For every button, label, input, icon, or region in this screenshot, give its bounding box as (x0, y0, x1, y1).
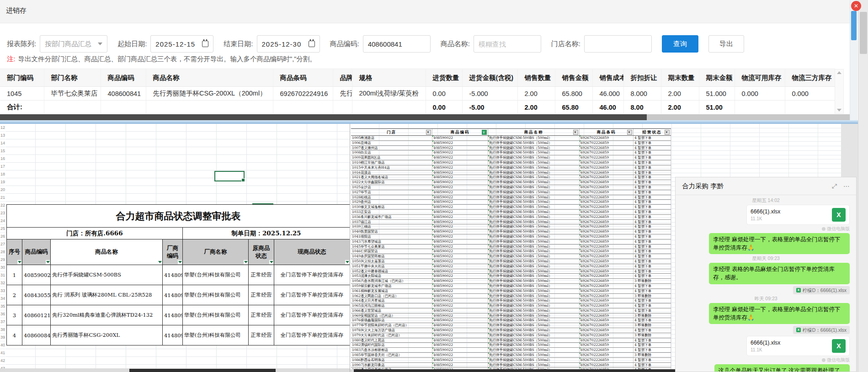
store-row[interactable]: 1082清镇时代国际店 408590022 先行伴手焖烧罐CSM-500BS（5… (351, 343, 671, 348)
store-row[interactable]: 1040凯里国贸店 408590022 先行伴手焖烧罐CSM-500BS（500… (351, 229, 671, 234)
export-button[interactable]: 导出 (708, 35, 744, 53)
report-type-select[interactable]: 按部门商品汇总 (40, 35, 107, 53)
store-row[interactable]: 1041绥阳店 408590022 先行伴手焖烧罐CSM-500BS（500ml… (351, 234, 671, 239)
filter-active-icon[interactable]: T (482, 130, 487, 135)
sent-message-bubble[interactable]: 李经理 麻烦处理一下，表格里的单品全门店暂停下单控货清库存🙏 (709, 303, 850, 324)
store-row[interactable]: 1061桐梓麒龙发展城店 408590022 先行伴手焖烧罐CSM-500BS（… (351, 289, 671, 294)
store-row[interactable]: 1086黔西金石明珠店 408590022 先行伴手焖烧罐CSM-500BS（5… (351, 358, 671, 363)
store-row[interactable]: 1021遵义大拇指名城店 408590022 先行伴手焖烧罐CSM-500BS（… (351, 175, 671, 180)
more-icon[interactable]: ⋯ (843, 182, 850, 190)
form-data-row[interactable]: 4 408600841 先行秀丽随手杯CSG-200XL 4148098 华塑(… (7, 325, 350, 345)
scroll-down-icon[interactable] (837, 109, 841, 112)
store-row[interactable]: 1052遵义中建幸福城店 408590022 先行伴手焖烧罐CSM-500BS（… (351, 269, 671, 274)
store-row[interactable]: 1037德江店 408590022 先行伴手焖烧罐CSM-500BS（500ml… (351, 220, 671, 225)
store-row[interactable]: 1056六盘水雨润珠江城（已闭店） 408590022 先行伴手焖烧罐CSM-5… (351, 279, 671, 284)
quoted-file-chip[interactable]: X柠檬D：6666(1).xlsx (793, 286, 850, 294)
quoted-file-chip[interactable]: X柠檬D：6666(1).xlsx (793, 326, 850, 334)
filter-dropdown-icon[interactable] (46, 260, 50, 264)
store-row[interactable]: 1016花溪店 408590022 先行伴手焖烧罐CSM-500BS（500ml… (351, 170, 671, 175)
report-data-row[interactable]: 1045毕节七众奥莱店408600841先行秀丽随手杯CSG-200XL（200… (0, 87, 835, 101)
scrollbar-thumb[interactable] (0, 114, 647, 120)
file-message[interactable]: 6666(1).xlsx 11.1K X (746, 336, 850, 356)
filter-dropdown-icon[interactable]: ▼ (665, 130, 670, 135)
store-row[interactable]: 1022大方佳鑫国际店 408590022 先行伴手焖烧罐CSM-500BS（5… (351, 180, 671, 185)
modal-horizontal-scrollbar[interactable] (0, 114, 850, 120)
row-number: 12 (0, 124, 5, 132)
store-row[interactable]: 1006息烽店 408590022 先行伴手焖烧罐CSM-500BS（500ml… (351, 141, 671, 146)
store-row[interactable]: 1025金沙店 408590022 先行伴手焖烧罐CSM-500BS（500ml… (351, 185, 671, 190)
store-row[interactable]: 1051平塘中央大街店 408590022 先行伴手焖烧罐CSM-500BS（5… (351, 264, 671, 269)
store-cell: 1049余庆国贸商都店 (351, 254, 432, 259)
sent-message-bubble[interactable]: 李经理 麻烦处理一下，表格里的单品全门店暂停下单控货清库存🙏 (709, 233, 850, 254)
store-row[interactable]: 1028松桃店 408590022 先行伴手焖烧罐CSM-500BS（500ml… (351, 195, 671, 200)
filter-dropdown-icon[interactable]: ▼ (573, 130, 578, 135)
store-row[interactable]: 1065沿河乌江丽都店 408590022 先行伴手焖烧罐CSM-500BS（5… (351, 303, 671, 308)
sent-message-bubble[interactable]: 李经理 表格的单品麻烦全门店暂停下单控货清库存，感谢。 (709, 263, 850, 284)
store-row[interactable]: 1015中天未来方舟H4店 408590022 先行伴手焖烧罐CSM-500BS… (351, 165, 671, 170)
store-row[interactable]: 1085毕节国林香天街（已闭店） 408590022 先行伴手焖烧罐CSM-50… (351, 353, 671, 358)
scrollbar-thumb[interactable] (860, 12, 867, 54)
close-icon[interactable]: ✕ (851, 1, 861, 11)
filter-dropdown-icon[interactable] (158, 260, 162, 264)
store-row[interactable]: 1043习水希望城店 408590022 先行伴手焖烧罐CSM-500BS（50… (351, 239, 671, 244)
store-row[interactable]: 1050兴义坝太嘉莲店 408590022 先行伴手焖烧罐CSM-500BS（5… (351, 259, 671, 264)
filter-dropdown-icon[interactable] (17, 260, 21, 264)
store-row[interactable]: 1007遵义播州店 408590022 先行伴手焖烧罐CSM-500BS（500… (351, 146, 671, 151)
store-row[interactable]: 1079大方美好时代店（已闭店） 408590022 先行伴手焖烧罐CSM-50… (351, 333, 671, 338)
window-vertical-scrollbar[interactable] (858, 0, 868, 372)
scrollbar-thumb[interactable] (354, 369, 678, 372)
sent-message-bubble[interactable]: 这几个单品昨天又出订单了 这次需要跟着处理了。 (714, 364, 850, 372)
query-button[interactable]: 查询 (662, 35, 698, 53)
filter-dropdown-icon[interactable] (269, 260, 273, 264)
store-row[interactable]: 1027毕节店 408590022 先行伴手焖烧罐CSM-500BS（500ml… (351, 190, 671, 195)
filter-dropdown-icon[interactable]: ▼ (627, 130, 632, 135)
store-row[interactable]: 1009花果园R区店 408590022 先行伴手焖烧罐CSM-500BS（50… (351, 155, 671, 160)
filter-dropdown-icon[interactable] (345, 260, 349, 264)
store-row[interactable]: 1077毕节碧阳美好时代店（已闭店） 408590022 先行伴手焖烧罐CSM-… (351, 323, 671, 328)
product-name-input[interactable] (474, 35, 541, 53)
inner-vertical-scrollbar[interactable] (850, 0, 857, 120)
store-row[interactable]: 1029盘州店 408590022 先行伴手焖烧罐CSM-500BS（500ml… (351, 200, 671, 205)
expand-icon[interactable]: ⤢ (832, 182, 837, 190)
store-row[interactable]: 1076侯场鑫隆国际店 408590022 先行伴手焖烧罐CSM-500BS（5… (351, 318, 671, 323)
excel1-horizontal-scrollbar[interactable] (0, 368, 350, 372)
store-row[interactable]: 1066遵义世贸城店 408590022 先行伴手焖烧罐CSM-500BS（50… (351, 308, 671, 314)
store-row[interactable]: 1039三穗店 408590022 先行伴手焖烧罐CSM-500BS（500ml… (351, 224, 671, 229)
product-code-input[interactable] (363, 35, 431, 53)
form-data-row[interactable]: 2 408430551 先行 润系列 玻璃杯280ML CBL-25R528 4… (7, 285, 350, 305)
store-row[interactable]: 1053湄潭太阳城店 408590022 先行伴手焖烧罐CSM-500BS（50… (351, 274, 671, 279)
store-row[interactable]: 1080遵义时代上苑店 408590022 先行伴手焖烧罐CSM-500BS（5… (351, 338, 671, 343)
form-data-row[interactable]: 3 408601210 先行320ml精典泰迪童心弹跳杯TD24-132 414… (7, 305, 350, 325)
excel-approval-window[interactable]: 1213141516171819202122232425262728293031… (0, 124, 350, 372)
scrollbar-thumb[interactable] (851, 11, 857, 40)
store-row[interactable]: 1045毕节七众奥莱店 408590022 先行伴手焖烧罐CSM-500BS（5… (351, 244, 671, 250)
selected-cell[interactable] (214, 171, 245, 181)
scroll-up-icon[interactable] (837, 71, 841, 74)
end-date-input[interactable]: 2025-12-30 (257, 35, 320, 53)
store-row[interactable]: 1069安顺国贸店（已闭店） 408590022 先行伴手焖烧罐CSM-500B… (351, 314, 671, 319)
store-name-input[interactable] (584, 35, 652, 53)
store-row[interactable]: 1036务川麒龙城市广场店 408590022 先行伴手焖烧罐CSM-500BS… (351, 215, 671, 220)
form-data-row[interactable]: 1 408590022 先行伴手焖烧罐CSM-500BS 4148098 华塑(… (7, 265, 350, 285)
store-row[interactable]: 1090习水麒龙印象店 408590022 先行伴手焖烧罐CSM-500BS（5… (351, 363, 671, 368)
store-row[interactable]: 1010榕江常驰广场店 408590022 先行伴手焖烧罐CSM-500BS（5… (351, 160, 671, 165)
start-date-input[interactable]: 2025-12-15 (150, 35, 213, 53)
table-vertical-scrollbar[interactable] (835, 69, 844, 114)
store-row[interactable]: 1083六盘水凉都新都店 408590022 先行伴手焖烧罐CSM-500BS（… (351, 348, 671, 353)
store-row[interactable]: 1046仁怀国贸店 408590022 先行伴手焖烧罐CSM-500BS（500… (351, 249, 671, 254)
store-row[interactable]: 1049余庆国贸商都店 408590022 先行伴手焖烧罐CSM-500BS（5… (351, 254, 671, 259)
store-row[interactable]: 1030修文文城逸都店 408590022 先行伴手焖烧罐CSM-500BS（5… (351, 205, 671, 210)
filter-dropdown-icon[interactable] (244, 260, 248, 264)
file-message[interactable]: 6666(1).xlsx 11.1K X (746, 205, 850, 225)
store-row[interactable]: 1008白云店 408590022 先行伴手焖烧罐CSM-500BS（500ml… (351, 150, 671, 155)
store-row[interactable]: 1005南浦路店 408590022 先行伴手焖烧罐CSM-500BS（500m… (351, 136, 671, 141)
store-row[interactable]: 1062遵义两路口店（已闭店） 408590022 先行伴手焖烧罐CSM-500… (351, 294, 671, 299)
scrollbar-thumb[interactable] (129, 369, 276, 372)
store-row[interactable]: 1033正安店 408590022 先行伴手焖烧罐CSM-500BS（500ml… (351, 210, 671, 215)
store-row[interactable]: 1078兴义大上海万达广场店 408590022 先行伴手焖烧罐CSM-500B… (351, 328, 671, 333)
store-row[interactable]: 1059紫云麒龙城市广场店 408590022 先行伴手焖烧罐CSM-500BS… (351, 284, 671, 289)
store-row[interactable]: 1064遵义日月星城店 408590022 先行伴手焖烧罐CSM-500BS（5… (351, 298, 671, 303)
filter-dropdown-icon[interactable]: ▼ (426, 130, 431, 135)
row-number: 26 (0, 233, 5, 240)
filter-dropdown-icon[interactable] (178, 260, 182, 264)
